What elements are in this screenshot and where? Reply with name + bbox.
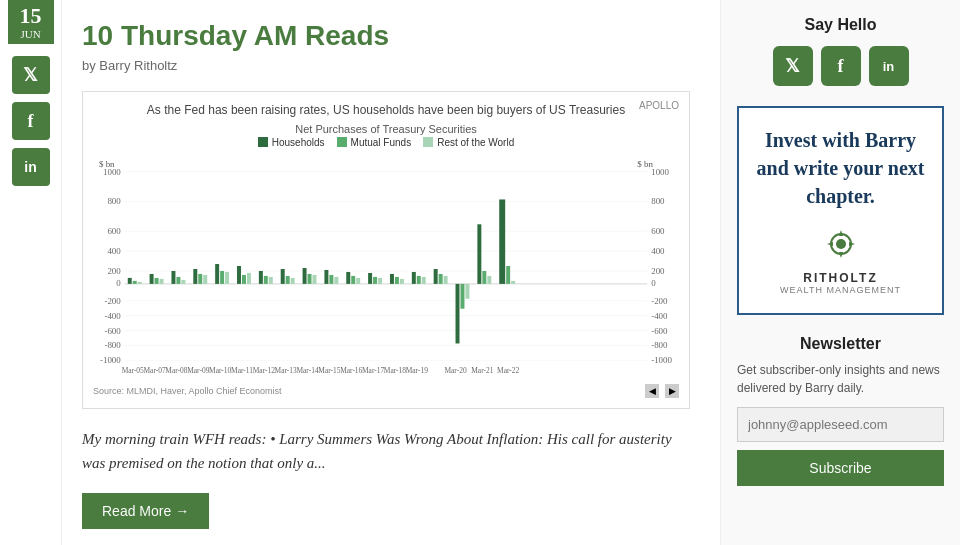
svg-rect-64 bbox=[334, 277, 338, 284]
svg-text:-600: -600 bbox=[651, 325, 668, 335]
right-sidebar: Say Hello 𝕏 f in Invest with Barry and w… bbox=[720, 0, 960, 545]
logo-name: RITHOLTZ bbox=[803, 271, 877, 285]
svg-rect-77 bbox=[434, 269, 438, 284]
svg-rect-68 bbox=[368, 273, 372, 284]
svg-rect-80 bbox=[456, 284, 460, 344]
svg-text:Mar-07: Mar-07 bbox=[143, 366, 165, 375]
chart-legend: Households Mutual Funds Rest of the Worl… bbox=[93, 137, 679, 148]
linkedin-sidebar-icon[interactable]: in bbox=[12, 148, 50, 186]
svg-rect-62 bbox=[324, 270, 328, 284]
email-input[interactable] bbox=[737, 407, 944, 442]
linkedin-right-icon[interactable]: in bbox=[869, 46, 909, 86]
svg-rect-51 bbox=[242, 275, 246, 284]
chart-title: As the Fed has been raising rates, US ho… bbox=[93, 102, 679, 119]
svg-rect-72 bbox=[395, 277, 399, 284]
legend-color-rest-world bbox=[423, 137, 433, 147]
legend-label-mutual-funds: Mutual Funds bbox=[351, 137, 412, 148]
twitter-sidebar-icon[interactable]: 𝕏 bbox=[12, 56, 50, 94]
facebook-sidebar-icon[interactable]: f bbox=[12, 102, 50, 140]
left-sidebar: 15 Jun 𝕏 f in bbox=[0, 0, 62, 545]
svg-rect-54 bbox=[264, 276, 268, 284]
svg-text:Mar-21: Mar-21 bbox=[471, 366, 493, 375]
svg-rect-38 bbox=[150, 274, 154, 284]
svg-text:Mar-22: Mar-22 bbox=[497, 366, 519, 375]
chart-next-button[interactable]: ▶ bbox=[665, 384, 679, 398]
chart-svg-wrapper: 1000 800 600 400 200 0 -200 -400 -600 -8… bbox=[93, 156, 679, 380]
ritholtz-logo-svg bbox=[823, 226, 859, 262]
svg-rect-40 bbox=[160, 279, 164, 284]
svg-text:Mar-11: Mar-11 bbox=[231, 366, 253, 375]
svg-text:400: 400 bbox=[651, 246, 665, 256]
svg-text:Mar-05: Mar-05 bbox=[122, 366, 144, 375]
svg-text:-400: -400 bbox=[651, 310, 668, 320]
legend-color-households bbox=[258, 137, 268, 147]
svg-rect-88 bbox=[511, 281, 515, 284]
svg-rect-41 bbox=[171, 271, 175, 284]
svg-text:800: 800 bbox=[651, 196, 665, 206]
svg-text:Mar-20: Mar-20 bbox=[444, 366, 466, 375]
svg-rect-66 bbox=[351, 276, 355, 284]
chart-header-label: APOLLO bbox=[639, 100, 679, 111]
svg-rect-75 bbox=[417, 276, 421, 284]
svg-rect-76 bbox=[422, 277, 426, 284]
svg-rect-70 bbox=[378, 278, 382, 284]
chart-prev-button[interactable]: ◀ bbox=[645, 384, 659, 398]
legend-label-rest-world: Rest of the World bbox=[437, 137, 514, 148]
legend-households: Households bbox=[258, 137, 325, 148]
svg-text:1000: 1000 bbox=[651, 166, 669, 176]
svg-rect-50 bbox=[237, 266, 241, 284]
chart-subtitle: Net Purchases of Treasury Securities bbox=[93, 123, 679, 135]
legend-rest-world: Rest of the World bbox=[423, 137, 514, 148]
svg-text:200: 200 bbox=[107, 266, 121, 276]
svg-rect-81 bbox=[460, 284, 464, 309]
svg-text:-800: -800 bbox=[651, 340, 668, 350]
subscribe-button[interactable]: Subscribe bbox=[737, 450, 944, 486]
svg-text:200: 200 bbox=[651, 266, 665, 276]
linkedin-icon: in bbox=[883, 59, 895, 74]
svg-text:400: 400 bbox=[107, 246, 121, 256]
twitter-right-icon[interactable]: 𝕏 bbox=[773, 46, 813, 86]
svg-text:0: 0 bbox=[116, 278, 121, 288]
svg-rect-46 bbox=[203, 275, 207, 284]
svg-rect-44 bbox=[193, 269, 197, 284]
svg-rect-82 bbox=[465, 284, 469, 299]
svg-rect-71 bbox=[390, 274, 394, 284]
ritholtz-logo: RITHOLTZ Wealth Management bbox=[755, 226, 926, 295]
legend-label-households: Households bbox=[272, 137, 325, 148]
facebook-right-icon[interactable]: f bbox=[821, 46, 861, 86]
svg-text:-1000: -1000 bbox=[100, 355, 121, 365]
newsletter-title: Newsletter bbox=[737, 335, 944, 353]
twitter-icon: 𝕏 bbox=[23, 64, 38, 86]
svg-text:600: 600 bbox=[107, 226, 121, 236]
svg-rect-48 bbox=[220, 271, 224, 284]
svg-text:-1000: -1000 bbox=[651, 355, 672, 365]
read-more-button[interactable]: Read More → bbox=[82, 493, 209, 529]
svg-rect-60 bbox=[308, 274, 312, 284]
svg-rect-52 bbox=[247, 273, 251, 284]
svg-text:800: 800 bbox=[107, 196, 121, 206]
svg-text:-200: -200 bbox=[104, 296, 121, 306]
svg-text:-400: -400 bbox=[104, 310, 121, 320]
svg-rect-55 bbox=[269, 277, 273, 284]
svg-rect-35 bbox=[128, 278, 132, 284]
date-month: Jun bbox=[8, 28, 54, 40]
svg-text:$ bn: $ bn bbox=[99, 158, 115, 168]
main-content: 10 Thursday AM Reads by Barry Ritholtz A… bbox=[62, 0, 720, 545]
svg-rect-69 bbox=[373, 277, 377, 284]
svg-text:Mar-09: Mar-09 bbox=[187, 366, 209, 375]
svg-text:Mar-15: Mar-15 bbox=[318, 366, 340, 375]
svg-rect-65 bbox=[346, 272, 350, 284]
chart-source: Source: MLMDI, Haver, Apollo Chief Econo… bbox=[93, 386, 282, 396]
svg-text:Mar-14: Mar-14 bbox=[296, 366, 318, 375]
invest-box: Invest with Barry and write your next ch… bbox=[737, 106, 944, 315]
svg-text:Mar-10: Mar-10 bbox=[209, 366, 231, 375]
svg-text:Mar-19: Mar-19 bbox=[406, 366, 428, 375]
chart-nav[interactable]: ◀ ▶ bbox=[645, 384, 679, 398]
article-title: 10 Thursday AM Reads bbox=[82, 20, 690, 52]
svg-rect-57 bbox=[286, 276, 290, 284]
svg-rect-84 bbox=[482, 271, 486, 284]
legend-color-mutual-funds bbox=[337, 137, 347, 147]
svg-rect-73 bbox=[400, 279, 404, 284]
svg-rect-61 bbox=[313, 275, 317, 284]
svg-text:Mar-13: Mar-13 bbox=[275, 366, 297, 375]
